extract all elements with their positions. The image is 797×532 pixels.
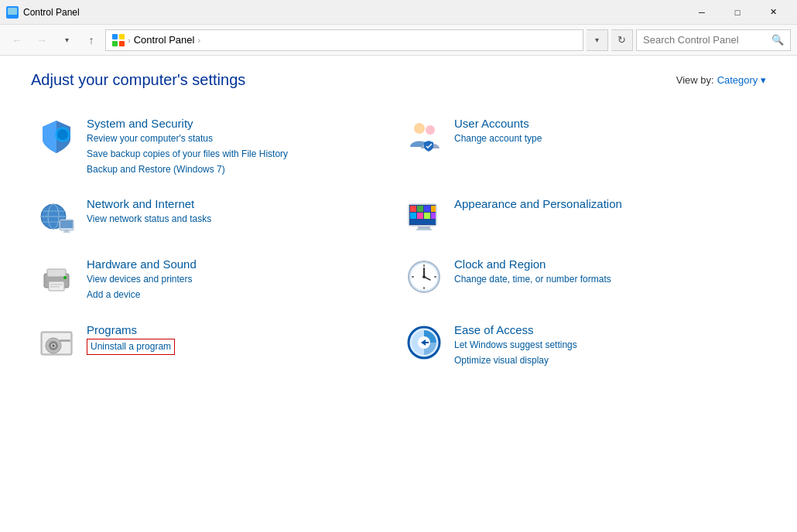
titlebar: Control Panel ─ □ ✕ <box>0 0 797 25</box>
svg-rect-17 <box>60 220 73 228</box>
svg-rect-26 <box>410 213 416 219</box>
breadcrumb: › Control Panel › <box>112 34 200 46</box>
svg-rect-30 <box>410 220 436 224</box>
system-security-link-2[interactable]: Save backup copies of your files with Fi… <box>87 148 288 161</box>
svg-rect-37 <box>50 286 60 288</box>
hardware-sound-icon <box>37 257 76 296</box>
clock-region-title[interactable]: Clock and Region <box>454 257 611 271</box>
user-accounts-text: User Accounts Change account type <box>454 117 542 145</box>
appearance-text: Appearance and Personalization <box>454 197 622 210</box>
view-by-control: View by: Category ▾ <box>676 74 766 86</box>
category-hardware-sound: Hardware and Sound View devices and prin… <box>31 248 398 311</box>
control-panel-icon <box>112 34 125 46</box>
svg-point-54 <box>53 344 55 346</box>
minimize-button[interactable]: ─ <box>684 0 720 25</box>
ease-of-access-link-2[interactable]: Optimize visual display <box>454 354 577 367</box>
programs-icon <box>37 323 76 362</box>
back-button[interactable]: ← <box>6 29 28 51</box>
clock-region-link-1[interactable]: Change date, time, or number formats <box>454 273 611 286</box>
dropdown-history-button[interactable]: ▾ <box>56 29 77 51</box>
programs-link-1[interactable]: Uninstall a program <box>87 339 175 355</box>
system-security-title[interactable]: System and Security <box>87 117 288 130</box>
ease-of-access-link-1[interactable]: Let Windows suggest settings <box>454 339 577 352</box>
programs-text: Programs Uninstall a program <box>87 323 175 355</box>
svg-rect-2 <box>7 15 18 17</box>
clock-region-icon <box>405 257 443 296</box>
address-dropdown-button[interactable]: ▾ <box>587 29 608 51</box>
network-internet-link-1[interactable]: View network status and tasks <box>87 213 211 226</box>
address-field[interactable]: › Control Panel › <box>105 29 583 51</box>
network-internet-text: Network and Internet View network status… <box>87 197 211 226</box>
category-user-accounts: User Accounts Change account type <box>398 107 766 185</box>
svg-rect-55 <box>60 339 70 342</box>
maximize-button[interactable]: □ <box>720 0 755 25</box>
svg-rect-32 <box>416 229 432 230</box>
svg-rect-19 <box>65 230 68 231</box>
ease-of-access-title[interactable]: Ease of Access <box>454 323 577 336</box>
breadcrumb-text: Control Panel <box>134 34 195 46</box>
svg-rect-1 <box>8 8 17 15</box>
category-programs: Programs Uninstall a program <box>31 314 398 377</box>
user-accounts-title[interactable]: User Accounts <box>454 117 542 130</box>
svg-point-39 <box>60 276 63 279</box>
svg-point-10 <box>426 125 435 135</box>
appearance-title[interactable]: Appearance and Personalization <box>454 197 622 210</box>
categories-grid: System and Security Review your computer… <box>31 107 766 377</box>
category-system-security: System and Security Review your computer… <box>31 107 398 185</box>
svg-rect-5 <box>112 41 118 46</box>
svg-rect-29 <box>431 213 436 219</box>
ease-of-access-icon <box>405 323 443 362</box>
svg-rect-31 <box>418 227 430 229</box>
category-clock-region: Clock and Region Change date, time, or n… <box>398 248 766 311</box>
forward-button[interactable]: → <box>31 29 53 51</box>
addressbar: ← → ▾ ↑ › Control Panel › ▾ ↻ 🔍 <box>0 25 797 56</box>
svg-rect-36 <box>50 284 63 285</box>
hardware-sound-link-2[interactable]: Add a device <box>87 288 197 302</box>
svg-rect-28 <box>424 213 430 219</box>
main-content: Adjust your computer's settings View by:… <box>0 56 797 532</box>
clock-region-text: Clock and Region Change date, time, or n… <box>454 257 611 286</box>
appearance-icon <box>405 197 443 236</box>
svg-rect-4 <box>119 34 125 39</box>
svg-point-8 <box>57 129 68 140</box>
svg-rect-6 <box>119 41 125 46</box>
hardware-sound-link-1[interactable]: View devices and printers <box>87 273 197 286</box>
svg-rect-25 <box>431 206 436 212</box>
svg-rect-22 <box>410 206 416 212</box>
close-button[interactable]: ✕ <box>755 0 791 25</box>
system-security-link-1[interactable]: Review your computer's status <box>87 132 288 145</box>
up-button[interactable]: ↑ <box>80 29 102 51</box>
category-network-internet: Network and Internet View network status… <box>31 188 398 245</box>
ease-of-access-text: Ease of Access Let Windows suggest setti… <box>454 323 577 367</box>
svg-point-9 <box>414 123 425 134</box>
category-appearance: Appearance and Personalization <box>398 188 766 245</box>
page-title: Adjust your computer's settings <box>31 71 245 89</box>
svg-rect-18 <box>63 231 70 233</box>
svg-point-48 <box>422 275 426 278</box>
svg-rect-3 <box>112 34 118 39</box>
user-accounts-link-1[interactable]: Change account type <box>454 132 542 145</box>
svg-rect-24 <box>424 206 430 212</box>
search-input[interactable] <box>643 34 771 46</box>
window-controls: ─ □ ✕ <box>684 0 791 25</box>
svg-point-38 <box>63 276 67 279</box>
network-internet-title[interactable]: Network and Internet <box>87 197 211 210</box>
system-security-link-3[interactable]: Backup and Restore (Windows 7) <box>87 163 288 176</box>
view-by-label: View by: <box>676 74 714 86</box>
programs-title[interactable]: Programs <box>87 323 175 336</box>
user-accounts-icon <box>405 117 443 155</box>
category-ease-of-access: Ease of Access Let Windows suggest setti… <box>398 314 766 377</box>
app-icon <box>6 6 19 19</box>
svg-rect-34 <box>47 269 66 277</box>
hardware-sound-text: Hardware and Sound View devices and prin… <box>87 257 197 302</box>
network-internet-icon <box>37 197 76 236</box>
svg-rect-23 <box>417 206 423 212</box>
page-header: Adjust your computer's settings View by:… <box>31 71 766 89</box>
hardware-sound-title[interactable]: Hardware and Sound <box>87 257 197 271</box>
system-security-icon <box>37 117 76 155</box>
svg-rect-27 <box>417 213 423 219</box>
refresh-button[interactable]: ↻ <box>611 29 633 51</box>
search-icon: 🔍 <box>771 34 784 46</box>
view-by-dropdown[interactable]: Category ▾ <box>717 74 766 86</box>
search-field[interactable]: 🔍 <box>636 29 791 51</box>
